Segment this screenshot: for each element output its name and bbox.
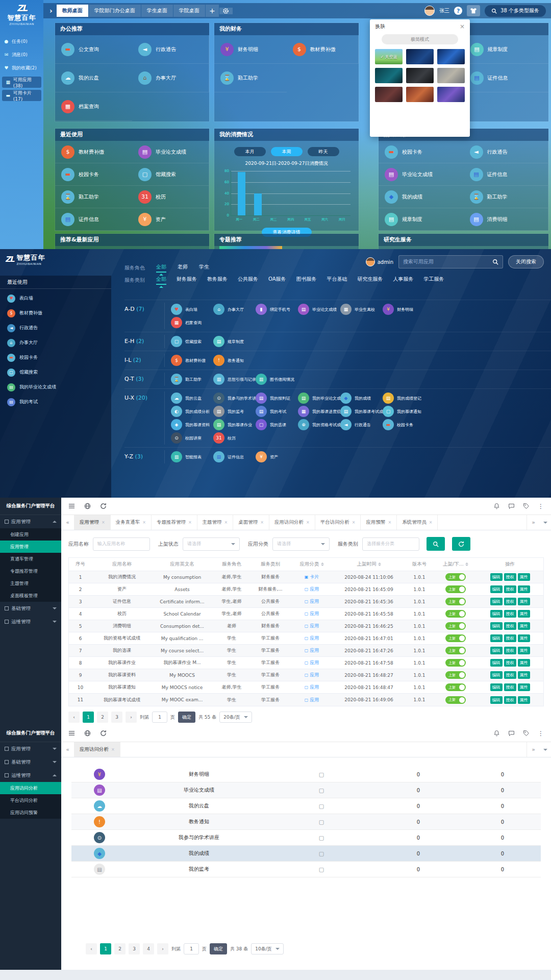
tag-icon[interactable] (523, 503, 530, 509)
authorize-button[interactable]: 授权 (504, 610, 516, 618)
row-category-link[interactable]: ▢应用 (290, 672, 334, 678)
recent-app-item[interactable]: ◄ 行政通告 (0, 321, 111, 335)
refresh-button[interactable] (452, 537, 470, 551)
col-status-sortable[interactable]: 上架/下... (435, 561, 477, 568)
open-tab[interactable]: 应用预警 × (361, 515, 397, 530)
more-icon[interactable]: ⋮ (538, 503, 544, 510)
open-tab[interactable]: 应用访问分析 × (269, 515, 315, 530)
category-option[interactable]: 人事服务 (393, 276, 414, 285)
category-option[interactable]: OA服务 (268, 276, 286, 285)
attributes-button[interactable]: 属性 (518, 671, 530, 679)
menu-collapse-icon[interactable] (68, 503, 75, 509)
attributes-button[interactable]: 属性 (518, 696, 530, 704)
desktop-settings-button[interactable] (219, 8, 233, 14)
status-toggle[interactable]: 上架 (445, 598, 466, 605)
directory-app[interactable]: ⌛ 勤工助学 (171, 374, 213, 385)
skin-thumbnail[interactable] (406, 87, 434, 102)
prev-page-button[interactable]: ‹ (68, 712, 80, 723)
globe-icon[interactable] (84, 503, 91, 509)
app-shortcut[interactable]: $ 教材费补缴 (55, 141, 132, 163)
app-shortcut[interactable]: ▤ 证件信息 (55, 208, 132, 231)
app-shortcut[interactable]: $ 教材费补缴 (287, 35, 359, 64)
directory-app[interactable]: 31 校历 (213, 432, 256, 444)
directory-app[interactable]: ▮ 绑定手机号 (256, 304, 298, 315)
directory-app[interactable]: ! 教务通知 (213, 355, 256, 366)
access-row[interactable]: ! 教务通知 ▢ 0 0 (71, 814, 541, 830)
rail-nav-item[interactable]: ● 任务(0) (0, 35, 43, 48)
rail-nav-item[interactable]: ▬ 可用卡片(17) (2, 90, 41, 101)
status-toggle[interactable]: 上架 (445, 610, 466, 618)
row-category-link[interactable]: ▣卡片 (290, 574, 334, 580)
rail-nav-item[interactable]: ✉ 消息(0) (0, 48, 43, 61)
app-shortcut[interactable]: ▤ 证件信息 (464, 163, 549, 186)
submenu-item[interactable]: 桌面模板管理 (0, 590, 61, 602)
page-button[interactable]: 3 (129, 943, 140, 954)
category-option[interactable]: 财务服务 (177, 276, 197, 285)
role-option[interactable]: 老师 (178, 263, 188, 273)
tag-icon[interactable] (523, 730, 530, 737)
app-shortcut[interactable]: ▤ 规章制度 (379, 208, 464, 231)
submenu-item[interactable]: 平台访问分析 (0, 794, 61, 806)
close-tab-icon[interactable]: × (352, 520, 356, 525)
category-select[interactable]: 请选择 (272, 537, 330, 551)
directory-app[interactable]: ◐ 我的成绩分析 (171, 406, 213, 417)
col-category-sortable[interactable]: 应用分类 (290, 561, 334, 568)
attributes-button[interactable]: 属性 (518, 585, 530, 593)
recent-app-item[interactable]: ⌂ 办事大厅 (0, 335, 111, 350)
authorize-button[interactable]: 授权 (504, 634, 516, 642)
directory-app[interactable]: ▤ 我的毕业论文成绩 (298, 393, 340, 404)
menu-ops-management[interactable]: 运维管理 (0, 615, 61, 628)
directory-app[interactable]: ¥ 资产 (256, 451, 298, 462)
edit-button[interactable]: 编辑 (490, 683, 503, 691)
menu-basic-management[interactable]: 基础管理 (0, 755, 61, 769)
tabs-scroll-right[interactable]: » (527, 515, 540, 530)
attributes-button[interactable]: 属性 (518, 683, 530, 691)
app-shortcut[interactable]: ▤ 消费明细 (464, 208, 549, 231)
edit-button[interactable]: 编辑 (490, 598, 503, 605)
menu-ops-management[interactable]: 运维管理 (0, 769, 61, 782)
skin-thumbnail[interactable]: ✓ 天空蓝 (375, 49, 403, 64)
skin-thumbnail[interactable] (406, 68, 434, 83)
rail-nav-item[interactable]: ♥ 我的收藏(2) (0, 61, 43, 75)
open-tab[interactable]: 系统管理员 × (397, 515, 438, 530)
category-option[interactable]: 全部 (156, 276, 166, 285)
directory-app[interactable]: ⌂ 办事大厅 (213, 304, 256, 315)
app-shortcut[interactable]: ▤ 规章制度 (464, 35, 549, 64)
open-tab[interactable]: 业务直通车 × (111, 515, 152, 530)
app-shortcut[interactable]: ◄ 行政通告 (464, 141, 549, 163)
edit-button[interactable]: 编辑 (490, 647, 503, 654)
authorize-button[interactable]: 授权 (504, 683, 516, 691)
app-shortcut[interactable]: ⌛ 勤工助学 (464, 186, 549, 208)
desktop-tab[interactable]: 学院桌面 (173, 5, 205, 17)
menu-app-management[interactable]: 应用管理 (0, 515, 61, 528)
attributes-button[interactable]: 属性 (518, 610, 530, 618)
category-option[interactable]: 学工服务 (424, 276, 444, 285)
directory-app[interactable]: $ 教材费补缴 (171, 355, 213, 366)
directory-app[interactable]: ¥ 财务明细 (383, 304, 425, 315)
search-button[interactable] (427, 537, 445, 551)
desktop-tab[interactable]: 学院部门办公桌面 (89, 5, 141, 17)
chat-icon[interactable] (508, 503, 515, 509)
skin-thumbnail[interactable] (375, 87, 403, 102)
edit-button[interactable]: 编辑 (490, 573, 503, 581)
app-shortcut[interactable]: ¥ 资产 (132, 208, 209, 231)
open-tab[interactable]: 主题管理 × (197, 515, 234, 530)
menu-collapse-icon[interactable] (68, 730, 75, 737)
access-row[interactable]: ☁ 我的云盘 ▢ 0 0 (71, 798, 541, 814)
attributes-button[interactable]: 属性 (518, 622, 530, 630)
directory-app[interactable]: ▤ 我的成绩登记 (383, 393, 425, 404)
desktop-tab[interactable]: 教师桌面 (57, 5, 88, 17)
recent-app-item[interactable]: ♥ 表白墙 (0, 291, 111, 306)
page-button[interactable]: 3 (111, 712, 122, 723)
collapse-arrow-icon[interactable]: › (49, 7, 53, 15)
close-icon[interactable]: × (460, 23, 465, 30)
row-category-link[interactable]: ▢应用 (290, 623, 334, 629)
user-avatar[interactable] (424, 6, 435, 16)
row-category-link[interactable]: ▢应用 (290, 598, 334, 605)
directory-app[interactable]: ▢ 馆藏搜索 (171, 336, 213, 347)
attributes-button[interactable]: 属性 (518, 634, 530, 642)
submenu-item[interactable]: 专题推荐管理 (0, 565, 61, 577)
category-option[interactable]: 研究生服务 (358, 276, 383, 285)
range-tab[interactable]: 昨天 (308, 147, 339, 156)
page-size-select[interactable]: 10条/页 (251, 943, 283, 954)
